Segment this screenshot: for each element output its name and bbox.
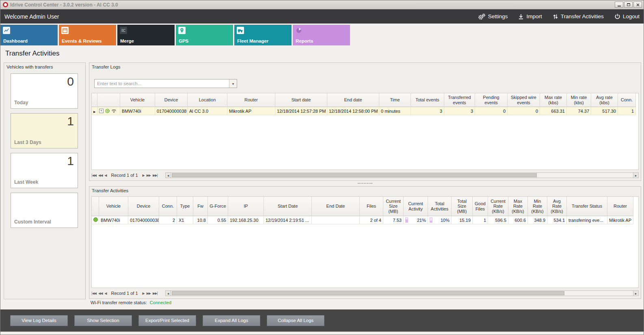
cell-avg-rate[interactable]: 517.30	[591, 107, 618, 115]
cell-max-rate[interactable]: 600.6	[508, 216, 528, 224]
col-location[interactable]: Location	[188, 93, 227, 107]
settings-button[interactable]: Settings	[478, 13, 508, 20]
col-pending-events[interactable]: Pending events	[475, 93, 508, 107]
col-router[interactable]: Router	[607, 197, 633, 216]
transfer-activities-button[interactable]: Transfer Activities	[553, 13, 604, 19]
transfer-log-row[interactable]: ▶ + BMW740i 017040000038 Al CC 3.0 Mikro…	[92, 107, 636, 115]
logs-scrollbar-track[interactable]	[171, 172, 633, 178]
cell-device[interactable]: 017040000038	[128, 216, 159, 224]
next-page-button[interactable]: ▶▶	[147, 174, 151, 177]
cell-transferred-events[interactable]: 3	[444, 107, 475, 115]
col-transfer-status[interactable]: Transfer Status	[567, 197, 607, 216]
prev-page-button[interactable]: ◀◀	[98, 174, 102, 177]
expand-all-logs-button[interactable]: Expand All Logs	[203, 315, 260, 326]
cell-device[interactable]: 017040000038	[155, 107, 188, 115]
col-start-date[interactable]: Start Date	[264, 197, 312, 216]
cell-min-rate[interactable]: 74.37	[567, 107, 591, 115]
col-conn[interactable]: Conn.	[618, 93, 636, 107]
tab-gps[interactable]: GPS	[176, 25, 233, 45]
col-device[interactable]: Device	[128, 197, 159, 216]
search-dropdown-button[interactable]: ▼	[229, 79, 237, 88]
collapse-all-logs-button[interactable]: Collapse All Logs	[267, 315, 324, 326]
last-record-button[interactable]: ▶▶|	[153, 174, 158, 177]
view-log-details-button[interactable]: View Log Details	[10, 315, 68, 326]
window-titlebar[interactable]: Idrive Control Center - 3.0.2 version - …	[0, 0, 644, 9]
transfer-activity-row[interactable]: BMW740i 017040000038 2 X1 10.8 0.55 192.…	[92, 216, 633, 224]
cell-max-rate[interactable]: 663.31	[540, 107, 567, 115]
last-record-button[interactable]: ▶▶|	[153, 292, 158, 295]
cell-status[interactable]	[92, 216, 99, 224]
filter-card-today[interactable]: 0 Today	[11, 73, 78, 109]
col-min-rate[interactable]: Min rate (kbs)	[567, 93, 591, 107]
col-current-rate[interactable]: Current Rate (KB/s)	[488, 197, 508, 216]
next-record-button[interactable]: ▶	[143, 174, 145, 177]
logs-scrollbar-thumb[interactable]	[172, 173, 537, 177]
filter-card-last-3-days[interactable]: 1 Last 3 Days	[11, 113, 78, 148]
cell-vehicle[interactable]: BMW740i	[99, 216, 128, 224]
tab-reports[interactable]: Reports	[293, 25, 350, 45]
row-icons-cell[interactable]: +	[97, 107, 120, 115]
cell-total-events[interactable]: 3	[411, 107, 444, 115]
tab-dashboard[interactable]: Dashboard	[0, 25, 58, 45]
first-record-button[interactable]: |◀◀	[91, 292, 96, 295]
col-current-activity[interactable]: Current Activity	[404, 197, 428, 216]
col-g-force[interactable]: G-Force	[208, 197, 228, 216]
panel-splitter-handle[interactable]	[358, 183, 372, 184]
cell-current-activity[interactable]: 21%	[404, 216, 428, 224]
col-device[interactable]: Device	[155, 93, 188, 107]
col-total-events[interactable]: Total events	[411, 93, 444, 107]
cell-current-size[interactable]: 7.53	[383, 216, 404, 224]
cell-current-rate[interactable]: 596.5	[488, 216, 508, 224]
cell-skipped-wire-events[interactable]: 0	[508, 107, 540, 115]
show-selection-button[interactable]: Show Selection	[74, 315, 132, 326]
scroll-left-icon[interactable]: ◀	[165, 290, 171, 296]
scroll-right-icon[interactable]: ▶	[633, 290, 639, 296]
col-max-rate[interactable]: Max rate (kbs)	[540, 93, 567, 107]
cell-total-size[interactable]: 15.19	[452, 216, 473, 224]
prev-record-button[interactable]: ◀	[104, 292, 106, 295]
scroll-right-icon[interactable]: ▶	[633, 172, 639, 178]
maximize-button[interactable]	[624, 2, 633, 8]
col-current-size[interactable]: Current Size (MB)	[383, 197, 404, 216]
logs-horizontal-scrollbar[interactable]: ◀ ▶	[165, 172, 639, 178]
prev-record-button[interactable]: ◀	[104, 174, 106, 177]
cell-end-date[interactable]: 12/18/2014 12:58:00 PM	[327, 107, 379, 115]
activities-horizontal-scrollbar[interactable]: ◀ ▶	[165, 290, 639, 296]
col-end-date[interactable]: End date	[327, 93, 379, 107]
cell-transfer-status[interactable]: transferring eve...	[567, 216, 607, 224]
minimize-button[interactable]	[615, 2, 623, 8]
col-avg-rate[interactable]: Avg Rate (KB/s)	[547, 197, 567, 216]
cell-location[interactable]: Al CC 3.0	[188, 107, 227, 115]
cell-good-files[interactable]: 1	[473, 216, 488, 224]
col-time[interactable]: Time	[379, 93, 411, 107]
cell-conn[interactable]: 2	[159, 216, 177, 224]
cell-start-date[interactable]: 12/19/2014 2:19:51 ...	[264, 216, 312, 224]
row-indicator-cell[interactable]: ▶	[92, 107, 97, 115]
col-total-size[interactable]: Total Size (MB)	[452, 197, 473, 216]
close-button[interactable]	[633, 2, 642, 8]
search-input[interactable]	[95, 79, 229, 88]
export-print-selected-button[interactable]: Export/Print Selected	[138, 315, 196, 326]
expand-row-icon[interactable]: +	[99, 109, 104, 113]
next-page-button[interactable]: ▶▶	[147, 292, 151, 295]
activities-scrollbar-track[interactable]	[171, 290, 633, 296]
cell-time[interactable]: 0 minutes	[379, 107, 411, 115]
cell-router[interactable]: Mikrotik AP	[607, 216, 633, 224]
first-record-button[interactable]: |◀◀	[91, 174, 96, 177]
col-transferred-events[interactable]: Transferred events	[444, 93, 475, 107]
col-max-rate[interactable]: Max Rate (KB/s)	[508, 197, 528, 216]
import-button[interactable]: Import	[518, 13, 542, 19]
col-end-date[interactable]: End Date	[312, 197, 360, 216]
cell-pending-events[interactable]: 0	[475, 107, 508, 115]
col-avg-rate[interactable]: Avg rate (kbs)	[591, 93, 618, 107]
cell-start-date[interactable]: 12/18/2014 12:57:28 PM	[275, 107, 327, 115]
col-good-files[interactable]: Good Files	[473, 197, 488, 216]
tab-events-reviews[interactable]: Events & Reviews	[59, 25, 116, 45]
logout-button[interactable]: Logout	[614, 13, 640, 19]
activities-scrollbar-thumb[interactable]	[172, 291, 564, 295]
col-fw[interactable]: Fw	[193, 197, 208, 216]
col-router[interactable]: Router	[227, 93, 275, 107]
cell-fw[interactable]: 10.8	[193, 216, 208, 224]
col-total-activities[interactable]: Total Activities	[428, 197, 452, 216]
cell-ip[interactable]: 192.168.25.30	[228, 216, 264, 224]
